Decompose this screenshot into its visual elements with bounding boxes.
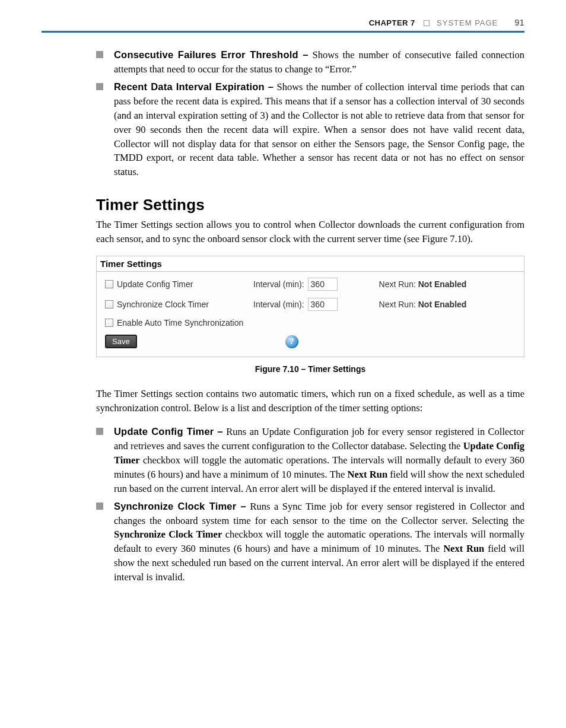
section-heading: Timer Settings <box>96 196 524 214</box>
checkbox-label: Update Config Timer <box>117 279 241 289</box>
post-figure-intro: The Timer Settings section contains two … <box>96 387 524 415</box>
interval-label: Interval (min): <box>253 279 304 289</box>
list-item: Recent Data Interval Expiration – Shows … <box>96 80 524 179</box>
list-item: Synchronize Clock Timer – Runs a Sync Ti… <box>96 500 524 585</box>
next-run-label: Next Run: <box>379 300 416 309</box>
next-run-value: Not Enabled <box>418 279 467 289</box>
options-bullet-list: Update Config Timer – Runs an Update Con… <box>96 425 524 584</box>
page: CHAPTER 7 SYSTEM PAGE 91 Consecutive Fai… <box>0 0 566 634</box>
enable-auto-time-sync-checkbox[interactable] <box>105 319 113 327</box>
bullet-term: Synchronize Clock Timer – <box>114 501 246 511</box>
bullet-term: Update Config Timer – <box>114 426 223 437</box>
help-icon[interactable]: ? <box>285 335 298 348</box>
list-item: Consecutive Failures Error Threshold – S… <box>96 48 524 77</box>
interval-label: Interval (min): <box>253 300 304 309</box>
chapter-title: SYSTEM PAGE <box>437 18 498 27</box>
next-run-value: Not Enabled <box>418 300 467 309</box>
save-row: Save ? <box>105 335 519 348</box>
timer-settings-panel: Timer Settings Update Config Timer Inter… <box>96 256 524 357</box>
enable-auto-time-sync-row: Enable Auto Time Synchronization <box>105 318 519 328</box>
update-config-interval-input[interactable]: 360 <box>308 278 338 291</box>
update-config-timer-checkbox[interactable] <box>105 280 113 288</box>
panel-title: Timer Settings <box>97 256 524 272</box>
bullet-term: Consecutive Failures Error Threshold – <box>114 49 309 60</box>
header-separator-icon <box>424 20 430 26</box>
synchronize-clock-timer-row: Synchronize Clock Timer Interval (min): … <box>105 298 519 311</box>
list-item: Update Config Timer – Runs an Update Con… <box>96 425 524 496</box>
figure-wrapper: Timer Settings Update Config Timer Inter… <box>96 256 524 374</box>
bold-ref: Next Run <box>348 469 388 480</box>
update-config-timer-row: Update Config Timer Interval (min): 360 … <box>105 278 519 291</box>
content-column: Consecutive Failures Error Threshold – S… <box>96 48 524 584</box>
bullet-text: Shows the number of collection interval … <box>114 81 524 178</box>
checkbox-label: Synchronize Clock Timer <box>117 300 241 309</box>
next-run-text: Next Run: Not Enabled <box>379 300 467 309</box>
chapter-label: CHAPTER 7 <box>369 18 415 27</box>
bullet-term: Recent Data Interval Expiration – <box>114 81 274 92</box>
synchronize-clock-timer-checkbox[interactable] <box>105 300 113 309</box>
intro-bullet-list: Consecutive Failures Error Threshold – S… <box>96 48 524 179</box>
panel-body: Update Config Timer Interval (min): 360 … <box>97 272 524 357</box>
bold-ref: Synchronize Clock Timer <box>114 529 222 540</box>
next-run-text: Next Run: Not Enabled <box>379 279 467 289</box>
save-button[interactable]: Save <box>105 335 137 348</box>
running-header: CHAPTER 7 SYSTEM PAGE 91 <box>42 18 524 33</box>
page-number: 91 <box>514 18 524 27</box>
checkbox-label: Enable Auto Time Synchronization <box>117 318 243 328</box>
next-run-label: Next Run: <box>379 279 416 289</box>
figure-caption: Figure 7.10 – Timer Settings <box>96 364 524 374</box>
sync-clock-interval-input[interactable]: 360 <box>308 298 338 311</box>
bold-ref: Next Run <box>443 543 484 554</box>
section-intro: The Timer Settings section allows you to… <box>96 218 524 246</box>
